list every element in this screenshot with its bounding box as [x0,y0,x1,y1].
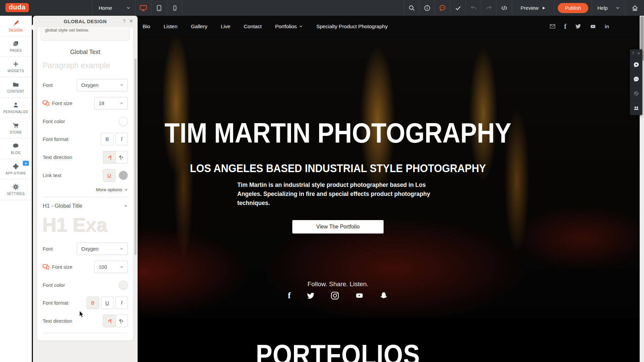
toolbar-help-button[interactable]: ? [632,51,634,55]
tablet-view-button[interactable] [151,0,167,16]
hero-title[interactable]: TIM MARTIN PHOTOGRAPHY [68,117,607,149]
sidebar-item-design[interactable]: DESIGN [0,16,32,36]
facebook-icon[interactable]: f [288,291,291,300]
divider [43,197,128,197]
italic-button[interactable]: I [115,133,128,145]
sidebar-item-widgets[interactable]: WIDGETS [0,57,32,77]
sidebar-item-pages[interactable]: PAGES [0,36,32,57]
help-menu[interactable]: Help [592,0,625,16]
h1-direction-ltr-button[interactable]: ¶ [103,315,115,327]
font-size-select[interactable]: 18 [94,97,128,109]
sidebar-item-blog[interactable]: BLOG [0,139,32,159]
font-size-value: 18 [99,100,104,106]
link-underline-button[interactable]: U [103,169,115,182]
add-comment-button[interactable] [630,57,642,72]
h1-font-select[interactable]: Oxygen [77,243,128,255]
nav-item-listen[interactable]: Listen [163,23,177,30]
h1-font-size-select[interactable]: 100 [94,261,128,273]
h1-section-header[interactable]: H1 - Global Title [43,203,128,209]
chevron-down-icon [615,6,620,10]
h1-font-format-row: Font format B U I [43,297,128,309]
link-text-row: Link text U [43,169,128,182]
font-color-swatch[interactable] [119,117,128,126]
sidebar-item-settings[interactable]: SETTINGS [0,179,32,200]
play-icon [542,6,546,10]
panel-scroll-area[interactable]: global style set below. Global Text Para… [33,27,138,362]
desktop-view-button[interactable] [135,0,151,16]
publish-button[interactable]: Publish [558,3,589,13]
youtube-icon[interactable] [590,24,596,29]
page-selector[interactable]: Home [92,0,135,16]
hide-comments-button[interactable] [630,86,642,101]
link-color-swatch[interactable] [119,171,128,180]
more-options-link[interactable]: More options [43,187,128,192]
panel-close-button[interactable]: ✕ [129,18,133,24]
undo-button[interactable] [465,0,481,16]
twitter-icon[interactable] [575,23,581,29]
duda-logo[interactable]: duda [5,3,29,12]
sidebar-item-content[interactable]: CONTENT [0,77,32,98]
nav-item-gallery[interactable]: Gallery [191,23,207,30]
comments-button[interactable] [435,0,450,16]
nav-item-live[interactable]: Live [221,23,230,30]
topbar-right-group: Preview Publish Help [404,0,644,16]
topbar-center-group: Home [92,0,183,16]
panel-help-button[interactable]: ? [123,18,126,24]
instagram-icon[interactable] [331,291,339,300]
nav-item-specialty[interactable]: Specialty Product Photography [316,23,388,30]
preview-button[interactable]: Preview [512,0,554,16]
h1-italic-button[interactable]: I [115,297,128,309]
chevron-down-icon [124,188,128,192]
sidebar-item-app-store[interactable]: ★ APP STORE [0,159,32,179]
pilcrow-rtl-icon: ¶ [119,319,124,323]
snapchat-icon[interactable] [380,292,388,300]
hero-body-text[interactable]: Tim Martin is an industrial style produc… [237,180,439,208]
facebook-icon[interactable]: f [564,23,566,30]
nav-item-bio[interactable]: Bio [143,23,150,30]
linkedin-icon[interactable]: in [605,24,609,29]
plus-icon [12,61,19,67]
font-select[interactable]: Oxygen [77,79,128,91]
sidebar-label: PAGES [10,49,22,52]
redo-button[interactable] [481,0,496,16]
bold-button[interactable]: B [101,133,113,145]
brush-icon [12,20,19,27]
collaborators-button[interactable] [630,101,642,115]
info-button[interactable] [419,0,435,16]
toolbar-close-button[interactable]: ✕ [637,51,640,56]
twitter-icon[interactable] [306,292,315,300]
sidebar-label: SETTINGS [7,192,24,196]
h1-text-direction-row: Text direction ¶ ¶ [43,315,128,327]
approve-button[interactable] [450,0,465,16]
youtube-icon[interactable] [355,292,364,299]
dashboard-home-button[interactable] [625,0,644,16]
help-label: Help [597,5,608,11]
email-icon[interactable] [549,23,556,29]
h1-font-color-row: Font color [43,279,128,291]
direction-rtl-button[interactable]: ¶ [115,151,128,163]
h1-font-color-swatch[interactable] [119,280,128,290]
nav-item-contact[interactable]: Contact [244,23,261,30]
h1-section-title: H1 - Global Title [43,203,82,209]
h1-bold-button[interactable]: B [87,297,99,309]
pilcrow-rtl-icon: ¶ [119,155,124,160]
portfolios-heading[interactable]: PORTFOLIOS [75,338,601,362]
info-icon [424,5,431,11]
tablet-icon [156,4,162,12]
show-comments-button[interactable] [630,72,642,86]
h1-underline-button[interactable]: U [101,297,113,309]
sidebar-item-personalize[interactable]: PERSONALIZE [0,98,32,118]
hero-subtitle[interactable]: LOS ANGELES BASED INDUSTRIAL STYLE PHOTO… [62,162,613,175]
publish-cell: Publish [554,0,592,16]
h1-direction-rtl-button[interactable]: ¶ [115,315,128,327]
panel-scrollbar[interactable] [135,59,137,255]
sidebar-label: CONTENT [7,90,24,93]
site-nav-links: Bio Listen Gallery Live Contact Portfoli… [143,23,388,30]
mobile-view-button[interactable] [167,0,183,16]
dev-mode-button[interactable] [496,0,512,16]
search-button[interactable] [404,0,419,16]
view-portfolio-button[interactable]: View The Portfolio [292,220,384,234]
sidebar-item-store[interactable]: STORE [0,118,32,139]
nav-item-portfolios[interactable]: Portfolios [275,23,303,30]
direction-ltr-button[interactable]: ¶ [103,151,115,163]
